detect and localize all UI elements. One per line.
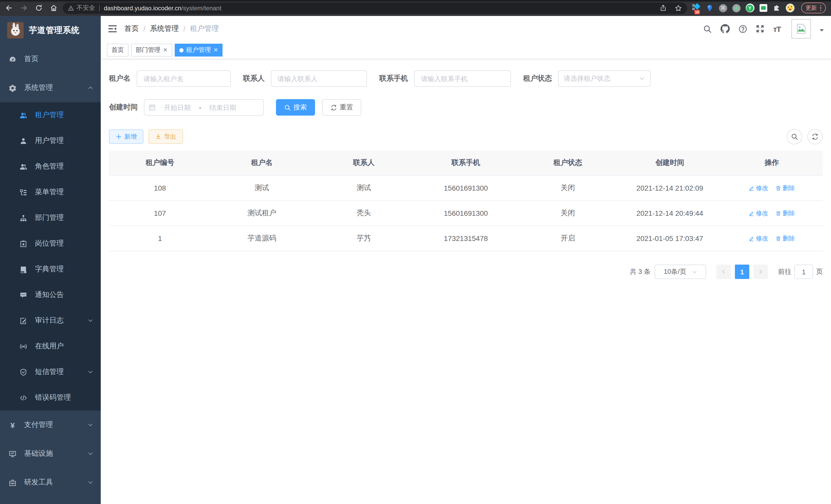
cell-tenant-name: 测试 (211, 183, 313, 192)
start-date-input[interactable] (158, 103, 197, 112)
sidebar-item-payment[interactable]: ¥ 支付管理 (0, 411, 101, 439)
sidebar-item-tenant[interactable]: 租户管理 (0, 102, 101, 128)
avatar-dropdown-caret-icon[interactable] (820, 29, 824, 33)
sidebar-menu: 首页 系统管理 租户管理 用户管理 角色管理 菜单管理 (0, 45, 101, 497)
browser-menu-icon[interactable] (820, 5, 821, 11)
page-size-select[interactable]: 10条/页 (655, 265, 706, 279)
contact-input[interactable] (271, 70, 367, 87)
tag-dept[interactable]: 部门管理 ✕ (131, 44, 172, 57)
breadcrumb-current: 租户管理 (190, 24, 219, 33)
toggle-search-button[interactable] (787, 129, 802, 144)
address-bar[interactable]: 不安全 dashboard.yudao.iocoder.cn/system/te… (63, 2, 687, 13)
create-time-label: 创建时间 (109, 103, 144, 112)
cell-contact: 芋艿 (313, 234, 415, 243)
tenant-status-select[interactable]: 请选择租户状态 (558, 70, 651, 87)
cell-status: 关闭 (517, 209, 619, 218)
table-header-row: 租户编号 租户名 联系人 联系手机 租户状态 创建时间 操作 (109, 151, 823, 176)
sidebar-item-user[interactable]: 用户管理 (0, 128, 101, 154)
search-button[interactable]: 搜索 (276, 99, 315, 116)
edit-link[interactable]: 修改 (748, 209, 768, 217)
end-date-input[interactable] (203, 103, 242, 112)
tags-view-bar: 首页 部门管理 ✕ 租户管理 ✕ (101, 41, 831, 59)
extension-puzzle-icon[interactable] (772, 4, 781, 12)
edit-link[interactable]: 修改 (748, 184, 768, 192)
close-icon[interactable]: ✕ (213, 47, 218, 53)
extension-record-icon[interactable] (732, 4, 741, 12)
sidebar-item-dict[interactable]: 字典管理 (0, 256, 101, 282)
tag-tenant-active[interactable]: 租户管理 ✕ (175, 44, 223, 57)
browser-home-icon[interactable] (50, 4, 58, 12)
sidebar-item-online-users[interactable]: 在线用户 (0, 333, 101, 359)
export-button[interactable]: 导出 (148, 129, 183, 144)
sidebar-logo[interactable]: 芋道管理系统 (0, 16, 101, 45)
close-icon[interactable]: ✕ (163, 47, 168, 53)
delete-link[interactable]: 删除 (775, 184, 795, 192)
tenant-users-icon (20, 111, 27, 119)
bookmark-star-icon[interactable] (675, 4, 682, 11)
add-button-label: 新增 (124, 132, 137, 141)
search-icon (284, 104, 291, 111)
profile-avatar-icon[interactable] (785, 4, 794, 12)
cell-created: 2021-12-14 20:49:44 (619, 209, 721, 217)
sidebar-item-sms[interactable]: 短信管理 (0, 359, 101, 385)
sidebar-item-error-code[interactable]: 错误码管理 (0, 385, 101, 411)
cell-mobile: 15601691300 (415, 184, 517, 192)
mobile-input[interactable] (414, 70, 511, 87)
sidebar-item-system[interactable]: 系统管理 (0, 73, 101, 102)
breadcrumb-home[interactable]: 首页 (124, 24, 139, 33)
sidebar-item-notice[interactable]: 通知公告 (0, 282, 101, 308)
sidebar-item-audit-log[interactable]: 审计日志 (0, 308, 101, 333)
delete-label: 删除 (782, 184, 795, 192)
sidebar-item-post[interactable]: 岗位管理 (0, 231, 101, 256)
share-icon[interactable] (660, 5, 666, 11)
breadcrumb-system[interactable]: 系统管理 (150, 24, 179, 33)
sidebar-item-dept[interactable]: 部门管理 (0, 205, 101, 231)
extension-diamond-icon[interactable]: 10 (692, 4, 701, 12)
tenant-name-input[interactable] (137, 70, 231, 87)
github-icon[interactable] (721, 24, 730, 33)
delete-link[interactable]: 删除 (775, 209, 795, 217)
browser-back-icon[interactable] (5, 4, 13, 12)
avatar[interactable] (792, 19, 811, 38)
sidebar-item-label: 通知公告 (35, 290, 64, 299)
sitemap-icon (20, 214, 27, 222)
delete-link[interactable]: 删除 (775, 234, 795, 243)
sidebar-item-home[interactable]: 首页 (0, 45, 101, 73)
edit-link[interactable]: 修改 (748, 234, 768, 243)
help-icon[interactable] (739, 24, 747, 33)
chevron-down-icon (691, 269, 697, 275)
sidebar-item-menu[interactable]: 菜单管理 (0, 179, 101, 205)
sidebar-item-role[interactable]: 角色管理 (0, 154, 101, 179)
cell-contact: 秃头 (313, 209, 415, 218)
sidebar-collapse-icon[interactable] (108, 25, 117, 33)
sidebar-item-dev-tools[interactable]: 研发工具 (0, 468, 101, 497)
extension-chat-icon[interactable] (759, 4, 768, 12)
refresh-table-button[interactable] (807, 129, 823, 144)
extension-badge: 10 (694, 10, 700, 14)
export-button-label: 导出 (164, 132, 176, 141)
current-page-button[interactable]: 1 (735, 265, 749, 279)
page-unit-label: 页 (816, 267, 823, 276)
next-page-button[interactable] (753, 265, 768, 279)
goto-page-input[interactable] (795, 265, 813, 279)
sidebar-item-infrastructure[interactable]: 基础设施 (0, 439, 101, 468)
browser-reload-icon[interactable] (35, 4, 42, 12)
breadcrumb: 首页 / 系统管理 / 租户管理 (124, 24, 219, 33)
add-button[interactable]: 新增 (109, 129, 143, 144)
tag-home[interactable]: 首页 (107, 44, 128, 57)
edit-icon (748, 185, 754, 191)
extension-balloon-icon[interactable] (705, 4, 714, 12)
extension-command-icon[interactable]: ⌘ (719, 4, 727, 12)
edit-label: 修改 (756, 209, 768, 217)
fullscreen-icon[interactable] (756, 25, 765, 33)
font-size-icon[interactable]: тT (773, 24, 781, 33)
reset-button[interactable]: 重置 (322, 99, 361, 116)
create-time-range-picker[interactable]: - (144, 99, 264, 116)
browser-update-button[interactable]: 更新 (801, 3, 826, 13)
prev-page-button[interactable] (716, 265, 731, 279)
extension-y-icon[interactable]: Y (745, 4, 754, 12)
column-header: 创建时间 (619, 158, 721, 168)
tag-label: 首页 (112, 46, 124, 55)
browser-forward-icon[interactable] (20, 4, 28, 12)
search-icon[interactable] (703, 24, 712, 33)
